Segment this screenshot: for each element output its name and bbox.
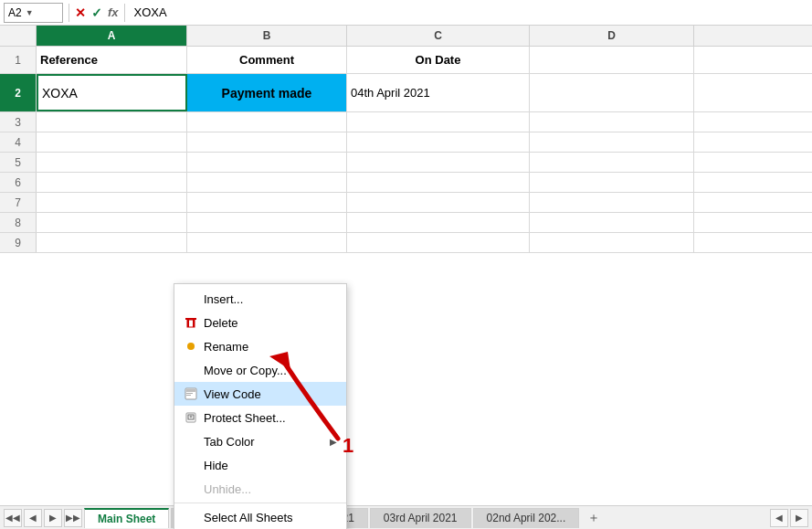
svg-rect-8 xyxy=(186,395,191,396)
menu-item-hide[interactable]: Hide xyxy=(174,453,346,477)
formula-bar: A2 ▼ ✕ ✓ fx xyxy=(0,0,812,26)
table-row: 4 xyxy=(0,132,812,153)
formula-bar-divider2 xyxy=(124,4,125,22)
col-header-a[interactable]: A xyxy=(37,26,187,46)
menu-label-unhide: Unhide... xyxy=(204,482,337,496)
row-num-6: 6 xyxy=(0,173,37,192)
svg-point-4 xyxy=(187,343,195,350)
row-num-1: 1 xyxy=(0,47,37,73)
menu-item-tab-color[interactable]: Tab Color ▶ xyxy=(174,429,346,453)
cell-b1[interactable]: Comment xyxy=(187,47,347,73)
cell-b2[interactable]: Payment made xyxy=(187,74,347,111)
hide-icon xyxy=(184,458,198,472)
cell-ref-value: A2 xyxy=(8,6,22,19)
row-num-5: 5 xyxy=(0,153,37,172)
cell-d8[interactable] xyxy=(530,213,694,232)
submenu-arrow: ▶ xyxy=(330,437,337,447)
cell-d2[interactable] xyxy=(530,74,694,111)
table-row: 1 Reference Comment On Date xyxy=(0,47,812,74)
cancel-icon[interactable]: ✕ xyxy=(75,5,86,20)
cell-d5[interactable] xyxy=(530,153,694,172)
horizontal-scroll-left[interactable]: ◀ xyxy=(770,509,788,527)
table-row: 8 xyxy=(0,213,812,233)
cell-a7[interactable] xyxy=(37,193,187,212)
unhide-icon xyxy=(184,481,198,496)
column-headers: A B C D xyxy=(0,26,812,47)
row-num-2: 2 xyxy=(0,74,37,111)
cell-b5[interactable] xyxy=(187,153,347,172)
col-header-b[interactable]: B xyxy=(187,26,347,46)
dropdown-icon[interactable]: ▼ xyxy=(26,8,34,17)
cell-c1[interactable]: On Date xyxy=(347,47,530,73)
menu-item-move-copy[interactable]: Move or Copy... xyxy=(174,358,346,382)
cell-c3[interactable] xyxy=(347,112,530,132)
confirm-icon[interactable]: ✓ xyxy=(91,5,102,20)
menu-label-protect-sheet: Protect Sheet... xyxy=(204,411,337,425)
menu-item-protect-sheet[interactable]: Protect Sheet... xyxy=(174,406,346,429)
cell-a8[interactable] xyxy=(37,213,187,232)
cell-a3[interactable] xyxy=(37,112,187,132)
horizontal-scroll-right[interactable]: ▶ xyxy=(790,509,808,527)
menu-item-view-code[interactable]: View Code xyxy=(174,382,346,406)
cell-a4[interactable] xyxy=(37,132,187,152)
menu-separator xyxy=(174,503,346,503)
col-header-c[interactable]: C xyxy=(347,26,530,46)
menu-label-delete: Delete xyxy=(204,316,337,330)
spreadsheet-grid: A B C D 1 Reference Comment On Date 2 XO… xyxy=(0,26,812,253)
table-row: 3 xyxy=(0,112,812,132)
cell-d9[interactable] xyxy=(530,233,694,252)
cell-c2[interactable]: 04th April 2021 xyxy=(347,74,530,111)
viewcode-icon xyxy=(184,386,198,401)
menu-label-insert: Insert... xyxy=(204,292,337,306)
row-num-3: 3 xyxy=(0,112,37,132)
menu-item-delete[interactable]: Delete xyxy=(174,311,346,334)
cell-b3[interactable] xyxy=(187,112,347,132)
cell-c5[interactable] xyxy=(347,153,530,172)
cell-reference-box[interactable]: A2 ▼ xyxy=(4,3,63,23)
sheet-tab-02nd[interactable]: 02nd April 202... xyxy=(473,508,580,528)
add-sheet-button[interactable]: ＋ xyxy=(585,509,603,527)
cell-a5[interactable] xyxy=(37,153,187,172)
col-header-d[interactable]: D xyxy=(530,26,694,46)
cell-b8[interactable] xyxy=(187,213,347,232)
tab-nav-last[interactable]: ▶▶ xyxy=(64,509,82,527)
cell-d6[interactable] xyxy=(530,173,694,192)
table-row: 2 XOXA Payment made 04th April 2021 xyxy=(0,74,812,112)
cell-c4[interactable] xyxy=(347,132,530,152)
menu-item-insert[interactable]: Insert... xyxy=(174,287,346,311)
fx-icon[interactable]: fx xyxy=(108,5,119,19)
cell-c7[interactable] xyxy=(347,193,530,212)
tab-nav-first[interactable]: ◀◀ xyxy=(4,509,22,527)
cell-c8[interactable] xyxy=(347,213,530,232)
row-num-4: 4 xyxy=(0,132,37,152)
formula-input[interactable] xyxy=(131,3,808,23)
menu-label-move-copy: Move or Copy... xyxy=(204,364,337,377)
cell-a9[interactable] xyxy=(37,233,187,252)
sheet-tab-main[interactable]: Main Sheet xyxy=(84,508,169,528)
cell-a6[interactable] xyxy=(37,173,187,192)
cell-d3[interactable] xyxy=(530,112,694,132)
cell-c6[interactable] xyxy=(347,173,530,192)
cell-d7[interactable] xyxy=(530,193,694,212)
cell-b4[interactable] xyxy=(187,132,347,152)
protect-icon xyxy=(184,410,198,425)
cell-d1[interactable] xyxy=(530,47,694,73)
cell-b9[interactable] xyxy=(187,233,347,252)
cell-d4[interactable] xyxy=(530,132,694,152)
cell-a1[interactable]: Reference xyxy=(37,47,187,73)
menu-label-hide: Hide xyxy=(204,459,337,472)
menu-item-rename[interactable]: Rename xyxy=(174,334,346,358)
row-num-9: 9 xyxy=(0,233,37,252)
tab-nav-prev[interactable]: ◀ xyxy=(24,509,42,527)
cell-a2[interactable]: XOXA xyxy=(37,74,187,111)
tab-nav-next[interactable]: ▶ xyxy=(44,509,62,527)
row-num-8: 8 xyxy=(0,213,37,232)
sheet-tab-03rd[interactable]: 03rd April 2021 xyxy=(370,508,471,528)
cell-b6[interactable] xyxy=(187,173,347,192)
cell-b7[interactable] xyxy=(187,193,347,212)
menu-item-select-all[interactable]: Select All Sheets xyxy=(174,505,346,529)
insert-icon xyxy=(184,291,198,306)
corner-header xyxy=(0,26,37,46)
menu-item-unhide[interactable]: Unhide... xyxy=(174,477,346,501)
cell-c9[interactable] xyxy=(347,233,530,252)
